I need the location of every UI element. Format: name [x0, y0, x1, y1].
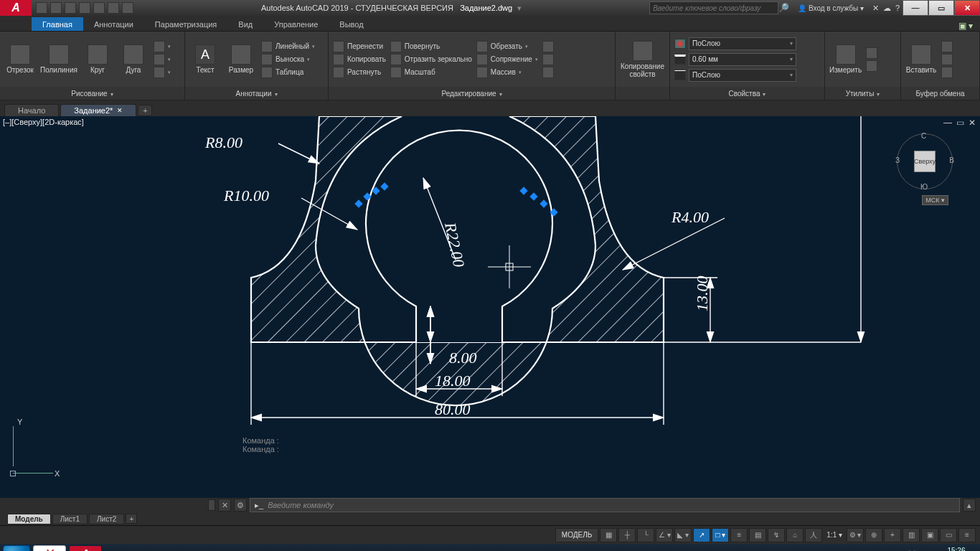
panel-draw-expand[interactable]: [110, 90, 113, 98]
status-ortho-button[interactable]: └: [637, 528, 654, 542]
calc-button[interactable]: [866, 60, 877, 72]
move-button[interactable]: Перенести: [333, 41, 386, 52]
hatch-button[interactable]: ▾: [154, 67, 171, 78]
start-button[interactable]: [3, 545, 30, 551]
layout-sheet2[interactable]: Лист2: [89, 514, 124, 524]
tab-view[interactable]: Вид: [227, 17, 263, 31]
a360-icon[interactable]: ☁: [883, 4, 891, 13]
panel-modify-expand[interactable]: [499, 90, 502, 98]
infocenter-search[interactable]: [649, 1, 778, 14]
paste-button[interactable]: Вставить: [905, 44, 937, 74]
status-gear-button[interactable]: ⚙ ▾: [847, 528, 864, 542]
scale-button[interactable]: Масштаб: [390, 67, 472, 78]
cmdline-close-button[interactable]: ✕: [218, 499, 231, 512]
status-dynamicinput-button[interactable]: 人: [805, 528, 822, 542]
status-grid-button[interactable]: ▦: [600, 528, 617, 542]
text-button[interactable]: AТекст: [189, 44, 221, 74]
qat-open-icon[interactable]: [50, 2, 62, 14]
status-cleanscreen-button[interactable]: ▭: [940, 528, 957, 542]
minimize-button[interactable]: —: [903, 0, 928, 16]
dimension-button[interactable]: Размер: [225, 44, 257, 74]
cmdline-config-button[interactable]: ⚙: [234, 499, 247, 512]
status-isodraft-button[interactable]: ◣ ▾: [674, 528, 692, 542]
status-polar-button[interactable]: ∠ ▾: [656, 528, 673, 542]
tab-home[interactable]: Главная: [32, 17, 83, 31]
status-customize-button[interactable]: ≡: [958, 528, 976, 542]
drawing-tab-start[interactable]: Начало: [4, 104, 59, 116]
tab-parametric[interactable]: Параметризация: [144, 17, 227, 31]
trim-button[interactable]: Обрезать▾: [476, 41, 538, 52]
tab-close-icon[interactable]: ✕: [117, 107, 123, 114]
layout-sheet1[interactable]: Лист1: [52, 514, 88, 524]
ellipse-button[interactable]: ▾: [154, 54, 171, 65]
matchprops-button[interactable]: Копирование свойств: [620, 41, 665, 78]
clip-copy-button[interactable]: [941, 54, 953, 65]
polyline-button[interactable]: Полилиния: [40, 44, 77, 74]
erase-button[interactable]: [542, 41, 554, 52]
qat-saveas-icon[interactable]: [79, 2, 90, 14]
selectall-button[interactable]: [866, 47, 877, 59]
qat-redo-icon[interactable]: [122, 2, 133, 14]
linetype-select[interactable]: ПоСлою: [689, 69, 796, 82]
status-cycling-button[interactable]: ↯: [768, 528, 785, 542]
status-annomon-button[interactable]: +: [884, 528, 901, 542]
tab-annotate[interactable]: Аннотации: [83, 17, 144, 31]
qat-plot-icon[interactable]: [93, 2, 105, 14]
status-isolate-button[interactable]: ▣: [921, 528, 938, 542]
status-osnap-button[interactable]: □ ▾: [712, 528, 729, 542]
copy-button[interactable]: Копировать: [333, 54, 386, 65]
explode-button[interactable]: [542, 54, 554, 65]
status-annoscale[interactable]: 1:1 ▾: [824, 531, 845, 539]
qat-undo-icon[interactable]: [108, 2, 119, 14]
stretch-button[interactable]: Растянуть: [333, 67, 386, 78]
status-workspace-button[interactable]: ⊕: [865, 528, 882, 542]
line-button[interactable]: Отрезок: [4, 44, 36, 74]
tray-clock[interactable]: 15:26 20.10.2018: [938, 547, 974, 551]
tab-output[interactable]: Вывод: [329, 17, 374, 31]
ribbon-help-icon[interactable]: ▣ ▾: [958, 21, 973, 31]
taskbar-app-autocad[interactable]: A: [69, 545, 102, 551]
color-select[interactable]: ПоСлою: [689, 37, 796, 50]
drawing-canvas[interactable]: [–][Сверху][2D-каркас] — ▭ ✕ Сверху С Ю …: [0, 116, 980, 498]
system-tray[interactable]: EN ▲ ▌▌ 🔊 15:26 20.10.2018: [880, 547, 977, 551]
lineweight-select[interactable]: 0.60 мм: [689, 53, 796, 66]
circle-button[interactable]: Круг: [82, 44, 113, 74]
cut-button[interactable]: [941, 41, 953, 52]
status-hardware-button[interactable]: ▥: [903, 528, 920, 542]
help-icon[interactable]: ?: [895, 4, 900, 12]
maximize-button[interactable]: ▭: [928, 0, 954, 16]
infocenter-search-icon[interactable]: 🔎: [778, 3, 789, 13]
array-button[interactable]: Массив▾: [476, 67, 538, 78]
new-drawing-tab-button[interactable]: +: [138, 105, 152, 116]
table-button[interactable]: Таблица: [261, 67, 315, 78]
panel-utilities-expand[interactable]: [877, 90, 880, 98]
status-snap-button[interactable]: ┼: [618, 528, 636, 542]
taskbar-app-yandex[interactable]: Y: [33, 545, 66, 551]
cmdline-recent-button[interactable]: ▴: [963, 499, 976, 512]
status-3dosnap-button[interactable]: ⌂: [786, 528, 804, 542]
rotate-button[interactable]: Повернуть: [390, 41, 472, 52]
qat-save-icon[interactable]: [65, 2, 76, 14]
exchange-icon[interactable]: ✕: [872, 4, 879, 13]
measure-button[interactable]: Измерить: [829, 44, 862, 74]
leader-button[interactable]: Выноска▾: [261, 54, 315, 65]
pasteclip-button[interactable]: [941, 67, 953, 78]
status-model-button[interactable]: МОДЕЛЬ: [555, 528, 598, 542]
mirror-button[interactable]: Отразить зеркально: [390, 54, 472, 65]
layout-add-button[interactable]: +: [126, 514, 137, 524]
status-transparency-button[interactable]: ▤: [749, 528, 766, 542]
status-lineweight-button[interactable]: ≡: [730, 528, 748, 542]
drawing-tab-file[interactable]: Задание2*✕: [60, 104, 136, 116]
offset-button[interactable]: [542, 67, 554, 78]
command-input[interactable]: ▸_ Введите команду: [250, 498, 960, 512]
app-logo[interactable]: A: [0, 0, 32, 16]
cmdline-handle[interactable]: [208, 499, 215, 511]
signin-button[interactable]: 👤 Вход в службы ▾: [793, 4, 868, 12]
arc-button[interactable]: Дуга: [118, 44, 149, 74]
rectangle-button[interactable]: ▾: [154, 41, 171, 52]
panel-annotation-expand[interactable]: [275, 90, 278, 98]
close-button[interactable]: ✕: [954, 0, 980, 16]
panel-properties-expand[interactable]: [763, 90, 765, 98]
status-otrack-button[interactable]: ↗: [693, 528, 710, 542]
color-swatch-icon[interactable]: [674, 39, 686, 49]
